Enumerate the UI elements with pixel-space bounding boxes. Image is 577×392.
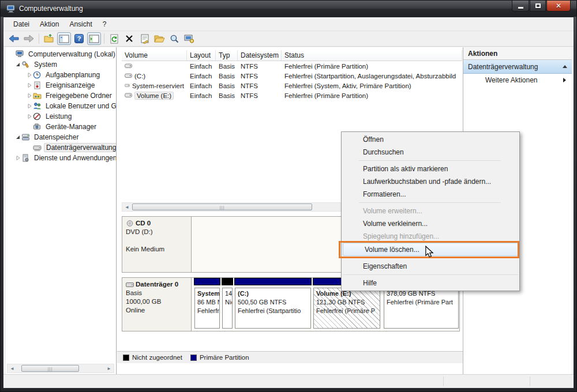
menu-ansicht[interactable]: Ansicht xyxy=(64,18,97,30)
cd-media-status: Kein Medium xyxy=(126,245,188,254)
legend-unallocated: Nicht zugeordnet xyxy=(123,354,182,361)
actions-header: Aktionen xyxy=(463,47,572,60)
properties-button[interactable] xyxy=(137,32,151,45)
tree-item-dienste[interactable]: Dienste und Anwendungen xyxy=(6,153,116,163)
minimize-button[interactable] xyxy=(512,1,529,12)
column-header-status[interactable]: Status xyxy=(282,50,462,61)
menu-item-oeffnen[interactable]: Öffnen xyxy=(342,133,519,146)
menu-item-laufwerkbuchstaben[interactable]: Laufwerkbuchstaben und -pfade ändern... xyxy=(342,175,519,188)
weitere-aktionen-item[interactable]: Weitere Aktionen xyxy=(463,74,572,86)
titlebar: Computerverwaltung ✕ xyxy=(1,1,576,17)
tree-item-datenspeicher[interactable]: Datenspeicher xyxy=(6,132,116,142)
tree-item-label: Freigegebene Ordner xyxy=(44,92,114,100)
actions-pane-toggle[interactable] xyxy=(87,32,101,45)
tree-item-aufgabenplanung[interactable]: Aufgabenplanung xyxy=(6,70,116,80)
menu-item-spiegelung: Spiegelung hinzufügen... xyxy=(342,230,519,243)
disk0-size: 1000,00 GB xyxy=(126,297,188,306)
tree-item-label: Dienste und Anwendungen xyxy=(32,154,117,162)
export-list-button[interactable] xyxy=(42,32,56,45)
tree-horizontal-scrollbar[interactable]: ◄ ||| ► xyxy=(7,364,114,373)
tree-item-computerverwaltung[interactable]: Computerverwaltung (Lokal) xyxy=(6,49,116,59)
tree-item-leistung[interactable]: Leistung xyxy=(6,111,116,122)
scroll-left-icon[interactable]: ◄ xyxy=(122,203,132,211)
close-icon: ✕ xyxy=(556,2,561,10)
help-icon: ? xyxy=(74,34,84,43)
services-icon xyxy=(21,154,30,162)
tree-item-freigegebene-ordner[interactable]: Freigegebene Ordner xyxy=(6,91,116,101)
volume-icon xyxy=(125,83,130,88)
tree-item-label: Datenträgerverwaltung xyxy=(44,143,117,152)
tree-item-datentraegerverwaltung[interactable]: Datenträgerverwaltung xyxy=(6,142,116,153)
scroll-left-icon[interactable]: ◄ xyxy=(8,364,17,372)
refresh-button[interactable] xyxy=(107,32,121,45)
collapsed-icon xyxy=(27,93,32,99)
menu-aktion[interactable]: Aktion xyxy=(35,18,64,30)
legend-primary-partition: Primäre Partition xyxy=(190,354,249,361)
search-button[interactable] xyxy=(167,32,181,45)
help-button[interactable]: ? xyxy=(72,32,86,45)
menu-datei[interactable]: Datei xyxy=(8,18,35,30)
menu-item-volume-verkleinern[interactable]: Volume verkleinern... xyxy=(342,217,519,230)
tree-item-system[interactable]: System xyxy=(6,59,116,70)
volume-icon xyxy=(125,93,132,98)
volume-row[interactable]: System-reserviert Einfach Basis NTFS Feh… xyxy=(122,81,462,91)
disk0-type: Basis xyxy=(126,289,188,297)
back-button[interactable] xyxy=(7,32,21,45)
console-tree-toggle[interactable] xyxy=(57,32,71,45)
scrollbar-thumb[interactable]: ||| xyxy=(21,365,79,372)
menu-item-volume-erweitern: Volume erweitern... xyxy=(342,205,519,217)
refresh-icon xyxy=(110,34,119,44)
properties-icon xyxy=(140,34,149,44)
cd-drive-label: CD 0 DVD (D:) Kein Medium xyxy=(122,217,192,272)
disk0-status: Online xyxy=(126,306,188,315)
partition-legend: Nicht zugeordnet Primäre Partition xyxy=(117,351,463,363)
menu-separator xyxy=(359,202,501,203)
partition-system-reserviert[interactable]: System-reserviert86 MB NTFSFehlerfrei (S… xyxy=(194,278,220,329)
menu-item-formatieren[interactable]: Formatieren... xyxy=(342,188,519,201)
toolbar: ? xyxy=(3,31,574,47)
column-header-volume[interactable]: Volume xyxy=(122,50,187,61)
menu-item-durchsuchen[interactable]: Durchsuchen xyxy=(342,146,519,159)
volume-row[interactable]: (C:) Einfach Basis NTFS Fehlerfrei (Star… xyxy=(122,71,462,81)
collapsed-icon xyxy=(27,82,32,88)
forward-button[interactable] xyxy=(22,32,36,45)
maximize-button[interactable] xyxy=(530,1,546,12)
column-header-layout[interactable]: Layout xyxy=(187,50,216,61)
actions-group-datentraegerverwaltung[interactable]: Datenträgerverwaltung xyxy=(463,60,572,74)
collapse-icon[interactable] xyxy=(563,65,567,68)
menu-hilfe[interactable]: ? xyxy=(98,18,112,30)
collapsed-icon xyxy=(27,114,32,119)
partition-c[interactable]: (C:)500,50 GB NTFSFehlerfrei (Startparti… xyxy=(234,278,312,329)
forward-icon xyxy=(24,35,34,43)
volume-row[interactable]: Einfach Basis NTFS Fehlerfrei (Primäre P… xyxy=(122,61,462,71)
menu-item-hilfe[interactable]: Hilfe xyxy=(342,277,519,289)
scroll-right-icon[interactable]: ► xyxy=(104,364,114,372)
menu-item-volume-loeschen[interactable]: Volume löschen... xyxy=(343,243,518,256)
open-folder-button[interactable] xyxy=(152,32,166,45)
users-icon xyxy=(33,102,42,110)
menu-item-eigenschaften[interactable]: Eigenschaften xyxy=(342,260,519,273)
expanded-icon xyxy=(15,134,21,140)
collapsed-icon xyxy=(27,103,32,109)
window-frame: Computerverwaltung ✕ Datei Aktion Ansich… xyxy=(0,0,577,392)
column-header-typ[interactable]: Typ xyxy=(216,50,238,61)
delete-button[interactable] xyxy=(122,32,136,45)
tree-item-ereignisanzeige[interactable]: Ereignisanzeige xyxy=(6,80,116,91)
column-header-dateisystem[interactable]: Dateisystem xyxy=(238,50,282,61)
statusbar-divider xyxy=(443,376,444,386)
manage-button[interactable] xyxy=(182,32,196,45)
cd-icon xyxy=(126,220,134,227)
scrollbar-thumb[interactable]: ||| xyxy=(132,203,312,210)
volume-row-selected[interactable]: Volume (E:) Einfach Basis NTFS Fehlerfre… xyxy=(122,91,462,100)
device-manager-icon xyxy=(33,123,42,131)
submenu-arrow-icon xyxy=(563,78,566,82)
tree-item-lokale-benutzer[interactable]: Lokale Benutzer und Gruppen xyxy=(6,101,116,111)
statusbar-divider xyxy=(530,376,530,386)
tree-item-geraete-manager[interactable]: Geräte-Manager xyxy=(6,122,116,132)
menu-item-partition-aktiv[interactable]: Partition als aktiv markieren xyxy=(342,163,519,175)
window-title: Computerverwaltung xyxy=(19,5,83,13)
close-button[interactable]: ✕ xyxy=(546,1,571,12)
manage-icon xyxy=(184,34,194,43)
tree-item-label: Lokale Benutzer und Gruppen xyxy=(44,102,117,110)
partition-unallocated[interactable]: 14 MBNicht zugeordnet xyxy=(222,278,233,329)
